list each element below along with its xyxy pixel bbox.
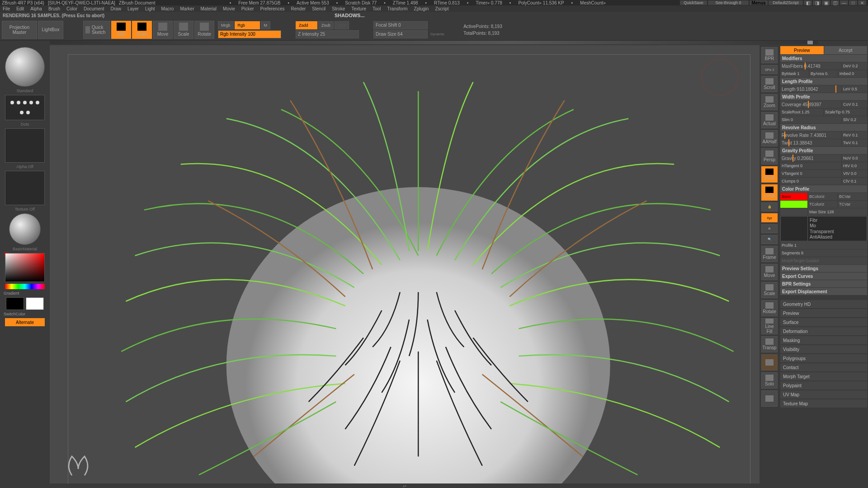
tcoloriz-button[interactable]: TColoriz <box>808 201 837 208</box>
scaleroot-slider[interactable]: ScaleRoot 1.25 <box>780 108 823 116</box>
gradient-label[interactable]: Gradient <box>2 291 19 296</box>
rgb-intensity-slider[interactable]: Rgb Intensity 100 <box>218 30 281 38</box>
brush-swatch[interactable] <box>5 47 45 87</box>
menu-draw[interactable]: Draw <box>111 6 121 11</box>
section-polygroups[interactable]: Polygroups <box>780 354 867 362</box>
timeline-bar[interactable] <box>50 41 818 44</box>
window-btn-2[interactable]: ◨ <box>813 0 821 5</box>
twist-slider[interactable]: Twist 13.38843 <box>780 139 841 146</box>
menu-zplugin[interactable]: Zplugin <box>414 6 429 11</box>
viewport[interactable] <box>50 45 760 488</box>
nov-slider[interactable]: NoV 0.0 <box>842 155 867 162</box>
slim-slider[interactable]: Slim 0 <box>780 116 841 123</box>
quicksketch-button[interactable]: Quick Sketch <box>83 21 110 39</box>
lev-slider[interactable]: LeV 0.5 <box>842 85 867 93</box>
z-intensity-slider[interactable]: Z Intensity 25 <box>296 30 359 38</box>
lengthprofile-header[interactable]: Length Profile <box>780 78 867 85</box>
scroll-button[interactable]: Scroll <box>761 76 778 92</box>
menu-tool[interactable]: Tool <box>373 6 381 11</box>
colorprofile-header[interactable]: Color Profile <box>780 185 867 192</box>
section-deformation[interactable]: Deformation <box>780 327 867 335</box>
length-slider[interactable]: Length 910.18042 <box>780 85 841 93</box>
previewsettings-header[interactable]: Preview Settings <box>780 265 867 272</box>
section-morphtarget[interactable]: Morph Target <box>780 372 867 380</box>
texture-preview[interactable]: FibrMoTransparentAntiAliased <box>780 216 867 241</box>
byarea-slider[interactable]: ByArea 0. <box>809 70 838 77</box>
tcvar-button[interactable]: TCVar <box>838 201 867 208</box>
bpr-button[interactable]: BPR <box>761 47 778 63</box>
clv-slider[interactable]: ClV 0.1 <box>842 178 867 185</box>
bprsettings-header[interactable]: BPR Settings <box>780 280 867 287</box>
menu-layer[interactable]: Layer <box>127 6 139 11</box>
move-button[interactable]: Move <box>153 21 173 39</box>
alternate-button[interactable]: Alternate <box>5 318 45 326</box>
alpha-swatch[interactable] <box>5 128 45 163</box>
draw-size-slider[interactable]: Draw Size 64 <box>373 30 428 38</box>
zcut-chip[interactable]: Zcut <box>335 21 349 29</box>
menu-stencil[interactable]: Stencil <box>312 6 326 11</box>
defaultzscript-button[interactable]: DefaultZScript <box>769 0 803 5</box>
stroke-swatch[interactable] <box>5 95 45 120</box>
rev-slider[interactable]: ReV 0.1 <box>842 131 867 139</box>
accept-tab[interactable]: Accept <box>824 46 868 54</box>
twv-slider[interactable]: TwV 0.1 <box>842 139 867 146</box>
zsub-chip[interactable]: Zsub <box>318 21 334 29</box>
lock-button[interactable]: 🔒 <box>761 202 778 211</box>
base-color[interactable]: Base <box>780 193 807 200</box>
revolveradius-header[interactable]: Revolve Radius <box>780 124 867 131</box>
ghost-button[interactable] <box>761 354 778 371</box>
vtv-slider[interactable]: VtV 0.0 <box>842 170 867 177</box>
scaletip-slider[interactable]: ScaleTip 0.75 <box>824 108 867 116</box>
window-btn-1[interactable]: ◧ <box>804 0 812 5</box>
menu-zscript[interactable]: Zscript <box>435 6 448 11</box>
persp-button[interactable]: Persp <box>761 148 778 164</box>
floor-button[interactable]: Floor <box>761 166 778 183</box>
target-button[interactable]: ⊕ <box>761 224 778 233</box>
spix-slider[interactable]: SPix 3 <box>761 65 778 74</box>
actual-button[interactable]: Actual <box>761 112 778 128</box>
hue-bar[interactable] <box>5 284 45 289</box>
maximize-button[interactable]: □ <box>849 0 857 5</box>
dev-slider[interactable]: DeV 0.2 <box>842 62 867 70</box>
frame-button[interactable]: Frame <box>761 246 778 262</box>
clumps-slider[interactable]: Clumps 0 <box>780 178 841 185</box>
imbed-slider[interactable]: Imbed 0 <box>838 70 867 77</box>
segments-slider[interactable]: Segments 8 <box>780 249 867 257</box>
coverage-slider[interactable]: Coverage 45.89397 <box>780 101 841 108</box>
modifiers-header[interactable]: Modifiers <box>780 55 867 62</box>
polyframe-button[interactable] <box>761 390 778 407</box>
bottom-handle[interactable]: ▴▾ <box>50 483 760 488</box>
profile-slider[interactable]: Profile 1 <box>780 242 867 249</box>
bcvar-button[interactable]: BCVar <box>838 193 867 200</box>
draw-button[interactable]: Draw <box>132 21 152 39</box>
menu-transform[interactable]: Transform <box>387 6 407 11</box>
aahalf-button[interactable]: AAHalf <box>761 130 778 146</box>
black-swatch[interactable] <box>6 297 24 310</box>
exportcurves-header[interactable]: Export Curves <box>780 272 867 280</box>
window-btn-4[interactable]: ◫ <box>831 0 839 5</box>
quicksave-button[interactable]: QuickSave <box>680 0 707 5</box>
section-polypaint[interactable]: Polypaint <box>780 381 867 389</box>
section-masking[interactable]: Masking <box>780 336 867 344</box>
section-uvmap[interactable]: UV Map <box>780 390 867 399</box>
scale-button[interactable]: Scale <box>174 21 193 39</box>
linefill-button[interactable]: Line Fill <box>761 318 778 334</box>
widthprofile-header[interactable]: Width Profile <box>780 93 867 100</box>
search-button[interactable]: 🔍 <box>761 235 778 244</box>
menu-brush[interactable]: Brush <box>48 6 60 11</box>
seethrough-slider[interactable]: See-through 0 <box>708 0 749 5</box>
menu-file[interactable]: File <box>3 6 10 11</box>
vtangent-slider[interactable]: VTangent 0 <box>780 170 841 177</box>
mrgb-chip[interactable]: Mrgb <box>218 21 234 29</box>
dock-move-button[interactable]: Move <box>761 264 778 280</box>
menu-material[interactable]: Material <box>201 6 217 11</box>
bcoloriz-button[interactable]: BColoriz <box>808 193 837 200</box>
gravityprofile-header[interactable]: Gravity Profile <box>780 147 867 154</box>
slv-slider[interactable]: SlV 0.2 <box>842 116 867 123</box>
solo-button[interactable]: Solo <box>761 372 778 389</box>
menu-picker[interactable]: Picker <box>241 6 254 11</box>
local-button[interactable]: Local <box>761 184 778 201</box>
lightbox-button[interactable]: LightBox <box>38 21 63 39</box>
menu-marker[interactable]: Marker <box>180 6 194 11</box>
morphtarget-button[interactable]: MorphTarget Guided <box>780 257 867 264</box>
